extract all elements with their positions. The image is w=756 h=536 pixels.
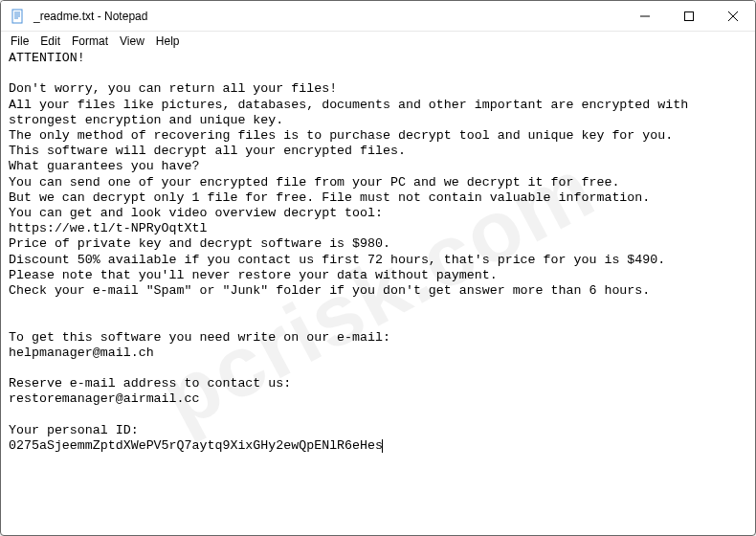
text-caret <box>382 439 383 453</box>
minimize-button[interactable] <box>623 1 667 32</box>
close-button[interactable] <box>711 1 755 32</box>
window-controls <box>623 1 755 31</box>
notepad-window: _readme.txt - Notepad File Edit Format V… <box>0 0 756 536</box>
menu-edit[interactable]: Edit <box>34 33 66 50</box>
window-title: _readme.txt - Notepad <box>33 10 623 23</box>
titlebar[interactable]: _readme.txt - Notepad <box>1 1 755 32</box>
document-text: ATTENTION! Don't worry, you can return a… <box>9 51 696 453</box>
menu-format[interactable]: Format <box>66 33 114 50</box>
svg-rect-6 <box>685 12 694 21</box>
menubar: File Edit Format View Help <box>1 32 755 51</box>
maximize-button[interactable] <box>667 1 711 32</box>
menu-view[interactable]: View <box>114 33 150 50</box>
text-area[interactable]: pcrisk.comATTENTION! Don't worry, you ca… <box>1 51 755 535</box>
menu-file[interactable]: File <box>5 33 34 50</box>
menu-help[interactable]: Help <box>150 33 186 50</box>
notepad-icon <box>11 9 26 24</box>
